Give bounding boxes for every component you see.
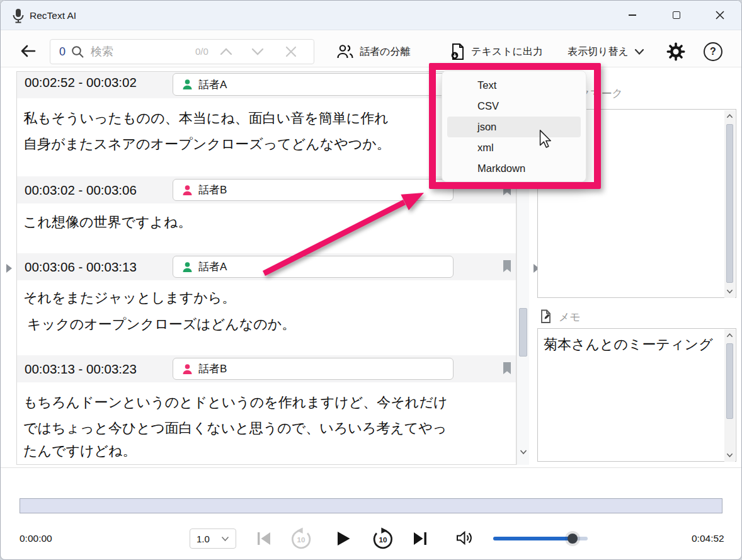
person-icon (182, 79, 193, 90)
current-time: 0:00:00 (20, 532, 52, 545)
scroll-down-icon[interactable] (726, 289, 733, 294)
mic-icon (11, 8, 26, 24)
back-button[interactable] (18, 42, 37, 60)
export-file-icon (449, 43, 465, 60)
search-box[interactable]: 0 検索 0/0 (50, 39, 314, 64)
transcript-line: 私もそういったものの、本当にね、面白い音を簡単に作れ (23, 106, 389, 131)
app-title: RecText AI (30, 1, 76, 30)
rewind-10-button[interactable]: 10 (289, 527, 313, 551)
help-glyph: ? (710, 46, 716, 57)
transcript-line: それをまたジャッとしますから。 (23, 285, 236, 311)
mouse-cursor (539, 130, 552, 149)
timestamp: 00:03:02 - 00:03:06 (25, 176, 137, 203)
speed-value: 1.0 (197, 534, 210, 544)
search-count: 0 (59, 40, 66, 64)
speed-select[interactable]: 1.0 (190, 529, 236, 549)
chevron-down-icon (634, 49, 644, 55)
search-icon (71, 45, 84, 59)
transcript-line: キックのオープンクローズはどんなのか。 (23, 312, 295, 337)
memo-textarea[interactable]: 菊本さんとのミーティング (537, 328, 736, 462)
search-prev-icon[interactable] (219, 46, 233, 57)
annotation-highlight-box (429, 63, 601, 189)
timestamp: 00:02:52 - 00:03:02 (25, 71, 137, 98)
skip-end-button[interactable] (411, 530, 429, 547)
title-bar: RecText AI (1, 1, 742, 30)
speakers-icon (336, 43, 354, 60)
transcript-line: 自身がまたスネアのオープンクローズってどんなやつか。 (23, 132, 391, 157)
search-clear-icon[interactable] (285, 45, 297, 58)
bottom-divider (1, 467, 742, 468)
minimize-icon (629, 14, 636, 16)
timestamp: 00:03:06 - 00:03:13 (25, 253, 137, 280)
transcript-line: ではちょっと今ひとつ面白くないと思うので、いろいろ考えてやっ (23, 416, 447, 441)
speaker-separation-label: 話者の分離 (360, 45, 410, 59)
transcript-line: たんですけどね。 (23, 438, 137, 464)
export-text-label: テキストに出力 (471, 45, 543, 59)
skip-start-button[interactable] (255, 530, 273, 547)
view-toggle-button[interactable]: 表示切り替え (568, 42, 644, 61)
speaker-name: 話者B (198, 362, 227, 376)
memo-label: メモ (559, 310, 581, 325)
volume-thumb[interactable] (568, 534, 578, 544)
speaker-name: 話者B (198, 183, 227, 197)
maximize-icon (673, 11, 680, 19)
left-panel-handle[interactable] (6, 264, 12, 273)
person-icon (182, 185, 193, 196)
scroll-down-icon[interactable] (520, 449, 527, 455)
export-text-button[interactable]: テキストに出力 (449, 40, 543, 64)
close-button[interactable] (705, 4, 734, 26)
minimize-button[interactable] (618, 4, 647, 26)
bookmark-icon[interactable] (502, 260, 512, 273)
speaker-select[interactable]: 話者A (173, 73, 454, 96)
speaker-separation-button[interactable]: 話者の分離 (336, 40, 410, 64)
scroll-up-icon[interactable] (726, 113, 733, 119)
memo-text: 菊本さんとのミーティング (544, 333, 720, 356)
scroll-up-icon[interactable] (726, 333, 733, 338)
seek-bar[interactable] (20, 498, 722, 513)
annotation-arrow (253, 183, 442, 284)
speaker-name: 話者A (198, 77, 227, 92)
person-icon (182, 363, 193, 375)
timestamp: 00:03:13 - 00:03:23 (25, 355, 137, 382)
volume-fill (493, 537, 573, 540)
close-icon (716, 11, 724, 20)
bookmark-icon[interactable] (502, 362, 512, 375)
speaker-name: 話者A (198, 260, 227, 274)
view-toggle-label: 表示切り替え (568, 45, 629, 59)
total-time: 0:04:52 (692, 532, 724, 545)
search-match-counter: 0/0 (195, 40, 208, 64)
play-button[interactable] (334, 530, 352, 547)
app-window: RecText AI 0 検索 0/0 (0, 0, 742, 560)
scrollbar-thumb[interactable] (726, 343, 733, 419)
forward-10-button[interactable]: 10 (371, 527, 395, 551)
memo-scrollbar[interactable] (724, 329, 735, 462)
chevron-down-icon (221, 536, 229, 542)
svg-text:10: 10 (379, 535, 387, 544)
scroll-down-icon[interactable] (726, 452, 733, 458)
transcript-row-header: 00:03:13 - 00:03:23 話者B (17, 355, 516, 382)
maximize-button[interactable] (662, 4, 691, 26)
search-next-icon[interactable] (251, 46, 265, 57)
svg-text:10: 10 (297, 535, 305, 544)
settings-gear-icon[interactable] (666, 42, 685, 61)
help-button[interactable]: ? (704, 42, 722, 61)
volume-icon[interactable] (455, 530, 474, 546)
scrollbar-thumb[interactable] (726, 124, 733, 283)
search-input[interactable]: 検索 (91, 40, 113, 64)
person-icon (182, 261, 193, 273)
bookmarks-scrollbar[interactable] (724, 110, 735, 298)
transcript-line: これ想像の世界ですよね。 (23, 210, 192, 235)
scrollbar-thumb[interactable] (519, 308, 527, 357)
transcript-line: もちろんドーンというのとドというのを作れますけど、今それだけ (23, 390, 447, 415)
speaker-select[interactable]: 話者B (173, 358, 454, 380)
memo-icon (540, 309, 552, 324)
